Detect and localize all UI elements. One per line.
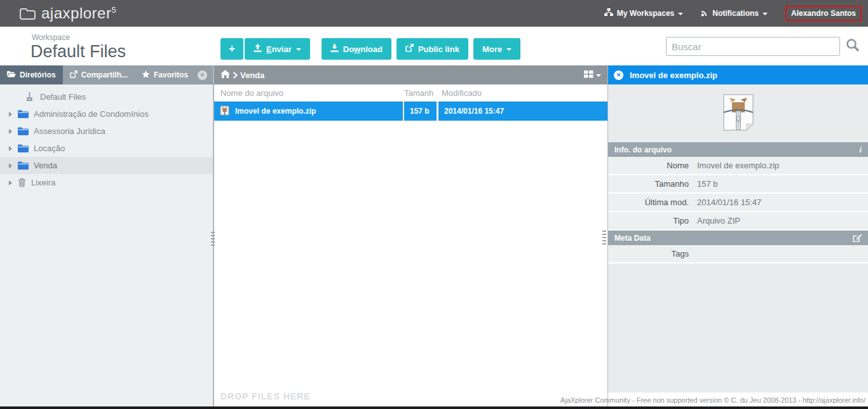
- close-icon[interactable]: ✕: [614, 70, 623, 80]
- file-row-selected[interactable]: Imovel de exemplo.zip 157 b 2014/01/16 1…: [214, 102, 607, 121]
- info-label: Tamanho: [608, 179, 697, 189]
- tree-item-venda[interactable]: Venda: [0, 157, 213, 174]
- expand-arrow-icon[interactable]: [9, 163, 12, 168]
- column-modified[interactable]: Modificado: [438, 88, 607, 98]
- my-workspaces-menu[interactable]: My Workspaces: [604, 8, 684, 18]
- tree-item-lixeira[interactable]: Lixeira: [0, 174, 213, 191]
- info-row-modified: Última mod. 2014/01/16 15:47: [608, 194, 868, 212]
- feed-icon: [701, 9, 709, 18]
- expand-arrow-icon[interactable]: [9, 129, 12, 134]
- download-icon: [330, 44, 339, 54]
- app-name: ajaxplorer: [41, 4, 111, 22]
- download-label: Download: [343, 44, 383, 54]
- window-bottom-edge: [0, 406, 868, 409]
- section-title: Meta Data: [614, 234, 651, 243]
- public-link-label: Public link: [418, 44, 459, 54]
- download-button[interactable]: Download: [322, 38, 391, 60]
- file-size-cell: 157 b: [404, 102, 437, 121]
- tree-item-locacao[interactable]: Locação: [0, 140, 213, 157]
- file-info-section-header: Info. do arquivo i: [608, 142, 868, 157]
- section-title: Info. do arquivo: [614, 145, 672, 154]
- expand-arrow-icon[interactable]: [9, 146, 12, 151]
- tab-directories[interactable]: Diretórios: [0, 65, 63, 84]
- app-logo: ajaxplorer 5: [19, 4, 116, 23]
- sidebar-tabs: Diretórios Compartilh... Favoritos: [0, 65, 213, 84]
- app-version: 5: [111, 5, 116, 15]
- edit-icon[interactable]: [853, 234, 862, 242]
- chevron-down-icon: [596, 74, 601, 77]
- tab-label: Diretórios: [20, 70, 56, 79]
- add-button[interactable]: +: [220, 38, 243, 60]
- top-menu: My Workspaces Notifications Alexandro Sa…: [604, 6, 862, 21]
- file-preview: [608, 84, 868, 142]
- meta-data-section-header: Meta Data: [608, 231, 868, 245]
- breadcrumb-current[interactable]: Venda: [240, 70, 264, 80]
- file-name: Imovel de exemplo.zip: [235, 107, 316, 116]
- file-name-cell: Imovel de exemplo.zip: [214, 102, 403, 121]
- upload-button[interactable]: Enviar: [245, 38, 310, 60]
- tree-label: Venda: [34, 161, 57, 170]
- tree-label: Default Files: [40, 92, 86, 102]
- sidebar-close[interactable]: ✕: [198, 70, 207, 80]
- info-value: 2014/01/16 15:47: [697, 198, 761, 207]
- search-area: [666, 37, 860, 56]
- chevron-down-icon: [296, 48, 301, 51]
- info-label: Nome: [608, 161, 697, 170]
- trash-icon: [18, 178, 26, 187]
- tree-item-administracao[interactable]: Administração de Condomínios: [0, 105, 213, 123]
- info-row-size: Tamanho 157 b: [608, 175, 868, 194]
- zip-file-large-icon: [722, 93, 754, 134]
- meta-row-tags[interactable]: Tags: [608, 245, 868, 264]
- tree-label: Administração de Condomínios: [34, 109, 149, 119]
- tab-shared[interactable]: Compartilh...: [63, 65, 135, 84]
- file-list-panel: Venda Nome do arquivo Tamanh Modificado: [214, 65, 607, 406]
- chevron-down-icon: [678, 13, 683, 15]
- folder-icon: [18, 110, 29, 118]
- user-menu[interactable]: Alexandro Santos: [785, 6, 862, 21]
- list-header: Nome do arquivo Tamanh Modificado: [214, 84, 607, 102]
- workspace-label: Workspace: [32, 33, 70, 42]
- chevron-down-icon: [763, 13, 768, 15]
- column-name[interactable]: Nome do arquivo: [214, 88, 404, 98]
- folder-icon: [18, 161, 29, 170]
- tree-item-default-files[interactable]: Default Files: [0, 88, 213, 105]
- sidebar: Diretórios Compartilh... Favoritos: [0, 65, 214, 406]
- directory-tree: Default Files Administração de Condomíni…: [0, 84, 213, 191]
- sidebar-resize-handle[interactable]: [211, 232, 215, 247]
- tab-favorites[interactable]: Favoritos: [135, 65, 195, 84]
- folder-icon: [18, 127, 29, 135]
- search-icon[interactable]: [845, 37, 860, 55]
- tree-label: Locação: [34, 144, 65, 153]
- expand-arrow-icon[interactable]: [9, 180, 12, 185]
- info-value: 157 b: [697, 179, 718, 189]
- header: Workspace Default Files + Enviar Downloa…: [0, 27, 868, 65]
- info-row-name: Nome Imovel de exemplo.zip: [608, 157, 868, 175]
- share-icon: [405, 44, 414, 54]
- panel-resize-handle[interactable]: [602, 231, 606, 246]
- folder-open-icon: [7, 70, 16, 79]
- info-panel-title: Imovel de exemplo.zip: [630, 70, 717, 80]
- info-icon[interactable]: i: [859, 145, 862, 155]
- folder-icon: [18, 144, 29, 152]
- notifications-menu[interactable]: Notifications: [701, 9, 768, 18]
- chevron-right-icon: [233, 72, 238, 79]
- folder-logo-icon: [19, 4, 41, 23]
- file-modified-cell: 2014/01/16 15:47: [438, 102, 607, 121]
- more-button[interactable]: More: [473, 38, 520, 60]
- expand-arrow-icon[interactable]: [9, 112, 12, 117]
- page-title: Default Files: [31, 42, 126, 62]
- view-switcher[interactable]: [584, 70, 601, 80]
- meta-label: Tags: [608, 249, 697, 258]
- search-input[interactable]: [666, 37, 840, 56]
- chevron-down-icon: [506, 48, 512, 51]
- my-workspaces-label: My Workspaces: [617, 9, 675, 18]
- info-panel: ✕ Imovel de exemplo.zip: [607, 65, 868, 406]
- info-panel-header: ✕ Imovel de exemplo.zip: [608, 65, 868, 84]
- column-size[interactable]: Tamanh: [404, 88, 438, 98]
- home-icon[interactable]: [220, 70, 230, 80]
- upload-label: Enviar: [266, 44, 292, 54]
- tree-item-assessoria[interactable]: Assessoria Jurídica: [0, 123, 213, 140]
- content: Diretórios Compartilh... Favoritos: [0, 65, 868, 406]
- toolbar: + Enviar Download: [220, 38, 520, 60]
- public-link-button[interactable]: Public link: [397, 38, 468, 60]
